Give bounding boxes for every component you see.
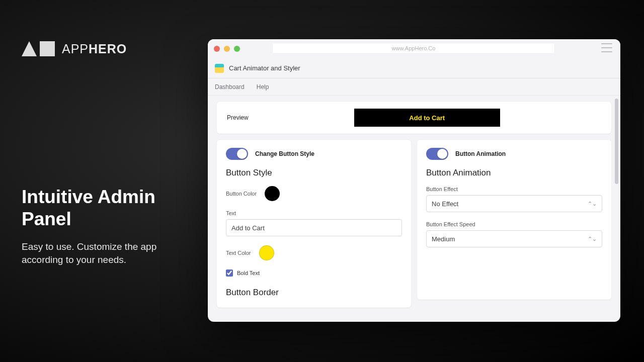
scrollbar[interactable] [615, 99, 618, 184]
animation-toggle[interactable] [426, 148, 448, 160]
animation-toggle-label: Button Animation [455, 150, 506, 157]
bold-text-label: Bold Text [237, 270, 260, 276]
url-text: www.AppHero.Co [392, 45, 436, 51]
button-effect-speed-value: Medium [432, 235, 455, 243]
button-effect-speed-select[interactable]: Medium ⌃⌄ [426, 230, 602, 247]
brand-logo: APPHERO [22, 41, 127, 56]
close-icon[interactable] [214, 46, 220, 52]
text-color-swatch[interactable] [259, 245, 274, 260]
traffic-lights [214, 46, 240, 52]
button-style-heading: Button Style [226, 168, 402, 178]
change-style-toggle-label: Change Button Style [255, 150, 314, 157]
preview-label: Preview [227, 114, 249, 121]
minimize-icon[interactable] [224, 46, 230, 52]
button-color-label: Button Color [226, 191, 257, 197]
chevron-icon: ⌃⌄ [588, 236, 597, 242]
square-icon [40, 41, 55, 56]
app-icon [215, 64, 224, 73]
brand-prefix: APP [62, 42, 89, 56]
preview-card: Preview Add to Cart [217, 102, 611, 134]
text-color-label: Text Color [226, 250, 251, 256]
content-area: Preview Add to Cart Change Button Style … [208, 96, 620, 322]
button-effect-select[interactable]: No Effect ⌃⌄ [426, 195, 602, 212]
button-animation-heading: Button Animation [426, 168, 602, 178]
nav-help[interactable]: Help [257, 83, 269, 90]
preview-add-to-cart-button[interactable]: Add to Cart [354, 109, 500, 127]
change-style-toggle[interactable] [226, 148, 248, 160]
app-title: Cart Animator and Styler [229, 64, 300, 72]
promo-headline: Intuitive Admin Panel [22, 186, 188, 231]
menu-icon[interactable] [601, 43, 612, 52]
triangle-icon [22, 41, 37, 56]
text-label: Text [226, 210, 402, 216]
button-effect-label: Button Effect [426, 186, 602, 192]
button-color-swatch[interactable] [265, 186, 280, 201]
button-style-panel: Change Button Style Button Style Button … [217, 140, 411, 308]
button-effect-value: No Effect [432, 200, 458, 208]
button-effect-speed-label: Button Effect Speed [426, 221, 602, 227]
app-window: www.AppHero.Co Cart Animator and Styler … [208, 39, 620, 322]
maximize-icon[interactable] [234, 46, 240, 52]
window-titlebar: www.AppHero.Co [208, 39, 620, 58]
chevron-icon: ⌃⌄ [588, 201, 597, 207]
button-animation-panel: Button Animation Button Animation Button… [417, 140, 611, 300]
nav-dashboard[interactable]: Dashboard [215, 83, 245, 90]
brand-bold: HERO [89, 42, 127, 56]
url-bar[interactable]: www.AppHero.Co [272, 43, 555, 54]
promo-subtext: Easy to use. Customize the app according… [22, 240, 183, 266]
logo-shapes [22, 41, 55, 56]
app-nav: Dashboard Help [208, 78, 620, 96]
bold-text-checkbox[interactable] [226, 269, 233, 277]
app-header: Cart Animator and Styler [208, 58, 620, 78]
brand-name: APPHERO [62, 42, 127, 56]
button-text-input[interactable] [226, 219, 402, 236]
button-border-heading: Button Border [226, 288, 402, 298]
